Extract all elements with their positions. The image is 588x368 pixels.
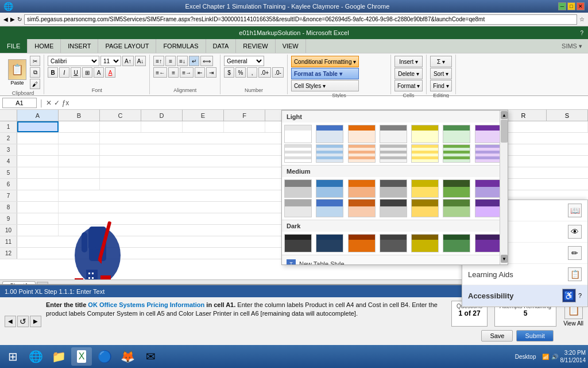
col-header-e[interactable]: E — [183, 110, 224, 121]
find-select-button[interactable]: Find ▾ — [430, 80, 451, 91]
cell-a7[interactable] — [17, 190, 59, 201]
scroll-up-btn[interactable]: ▲ — [501, 111, 508, 119]
cell-c1[interactable] — [100, 121, 141, 132]
style-swatch[interactable] — [380, 234, 407, 252]
autosum-button[interactable]: Σ ▾ — [430, 56, 451, 67]
decrease-decimal-button[interactable]: .0- — [272, 67, 284, 78]
cell-reference-box[interactable] — [2, 98, 37, 108]
col-header-d[interactable]: D — [141, 110, 183, 121]
style-swatch[interactable] — [284, 234, 312, 252]
cell-b3[interactable] — [59, 144, 100, 155]
explorer-button[interactable]: 📁 — [48, 347, 69, 366]
tab-formulas[interactable]: FORMULAS — [156, 39, 206, 53]
cell-e1[interactable] — [183, 121, 224, 132]
tab-insert[interactable]: INSERT — [61, 39, 98, 53]
align-center-button[interactable]: ≡ — [168, 67, 179, 78]
style-swatch[interactable] — [411, 199, 439, 217]
tab-data[interactable]: DATA — [206, 39, 237, 53]
currency-button[interactable]: $ — [224, 67, 234, 78]
excel-help-icon[interactable]: ? — [580, 30, 583, 36]
dropdown-scrollbar[interactable]: ▲ ▼ — [500, 110, 508, 264]
bookmark-icon[interactable]: ☆ — [579, 16, 585, 22]
accessibility-help-icon[interactable]: ? — [578, 292, 582, 299]
delete-button[interactable]: Delete ▾ — [394, 68, 423, 79]
accessibility-row[interactable]: Accessibility ♿ ? — [462, 285, 587, 306]
style-swatch[interactable] — [348, 144, 376, 163]
cell-b6[interactable] — [59, 179, 100, 190]
excel-taskbar-button[interactable]: X — [71, 347, 92, 366]
style-swatch[interactable] — [475, 144, 502, 163]
style-swatch[interactable] — [443, 125, 470, 143]
format-as-table-button[interactable]: Format as Table ▾ — [291, 68, 359, 79]
align-bottom-button[interactable]: ≡↓ — [177, 56, 188, 66]
style-swatch[interactable] — [348, 234, 376, 252]
style-swatch[interactable] — [284, 125, 312, 143]
tab-home[interactable]: HOME — [28, 39, 61, 53]
chrome-button[interactable]: 🔵 — [94, 347, 115, 366]
tab-view[interactable]: VIEW — [276, 39, 306, 53]
tab-review[interactable]: REVIEW — [236, 39, 275, 53]
style-swatch[interactable] — [380, 179, 407, 198]
cell-a3[interactable] — [17, 144, 59, 155]
format-as-table-dropdown[interactable]: Light Medium — [281, 110, 508, 265]
style-swatch[interactable] — [380, 199, 407, 217]
cell-a6[interactable] — [17, 179, 59, 190]
merge-center-button[interactable]: ⟺ — [200, 56, 213, 66]
bold-button[interactable]: B — [48, 67, 58, 78]
cell-a4[interactable] — [17, 156, 59, 167]
col-header-f[interactable]: F — [224, 110, 265, 121]
style-swatch[interactable] — [443, 234, 470, 252]
ie-button[interactable]: 🌐 — [25, 347, 46, 366]
new-table-style-item[interactable]: T New Table Style — [287, 258, 503, 265]
align-top-button[interactable]: ≡↑ — [153, 56, 164, 66]
number-format-select[interactable]: General — [224, 56, 264, 66]
style-swatch[interactable] — [411, 179, 439, 198]
insert-function-icon[interactable]: ƒx — [62, 99, 69, 107]
style-swatch[interactable] — [316, 179, 343, 198]
align-right-button[interactable]: ≡→ — [180, 67, 194, 78]
col-header-s[interactable]: S — [547, 110, 588, 121]
copy-button[interactable]: ⧉ — [30, 67, 40, 78]
fill-button[interactable]: Sort ▾ — [430, 68, 451, 79]
cell-a1[interactable] — [17, 121, 59, 132]
forward-icon[interactable]: ▶ — [10, 16, 15, 22]
cell-b1[interactable] — [59, 121, 100, 132]
wrap-text-button[interactable]: ↵ — [189, 56, 199, 66]
submit-button[interactable]: Submit — [516, 330, 553, 342]
col-header-c[interactable]: C — [100, 110, 141, 121]
save-button[interactable]: Save — [481, 330, 513, 342]
style-swatch[interactable] — [443, 179, 470, 198]
cell-b5[interactable] — [59, 167, 100, 178]
style-swatch[interactable] — [411, 144, 439, 163]
tab-file[interactable]: FILE — [0, 39, 28, 53]
cell-styles-button[interactable]: Cell Styles ▾ — [291, 80, 359, 91]
underline-button[interactable]: U — [71, 67, 81, 78]
format-button[interactable]: Format ▾ — [394, 80, 423, 91]
scroll-down-btn[interactable]: ▼ — [501, 255, 508, 263]
style-swatch[interactable] — [348, 125, 376, 143]
font-color-button[interactable]: A — [105, 67, 115, 78]
cell-b4[interactable] — [59, 156, 100, 167]
style-swatch[interactable] — [316, 125, 343, 143]
cell-f1[interactable] — [224, 121, 265, 132]
font-name-select[interactable]: Calibri — [48, 56, 99, 66]
style-swatch[interactable] — [411, 125, 439, 143]
cut-button[interactable]: ✂ — [30, 56, 40, 66]
cancel-formula-icon[interactable]: ✕ — [46, 99, 52, 107]
back-icon[interactable]: ◀ — [3, 16, 8, 22]
style-swatch[interactable] — [380, 125, 407, 143]
style-swatch[interactable] — [284, 179, 312, 198]
italic-button[interactable]: I — [59, 67, 69, 78]
style-swatch[interactable] — [475, 125, 502, 143]
close-button[interactable]: ✕ — [577, 2, 585, 10]
formula-input[interactable] — [71, 98, 586, 108]
percent-button[interactable]: % — [235, 67, 246, 78]
style-swatch[interactable] — [316, 199, 343, 217]
decrease-font-button[interactable]: A↓ — [135, 56, 146, 66]
align-left-button[interactable]: ≡← — [153, 67, 167, 78]
minimize-button[interactable]: ─ — [558, 2, 566, 10]
sim-next-button[interactable]: ▶ — [30, 316, 41, 327]
maximize-button[interactable]: □ — [567, 2, 575, 10]
font-size-select[interactable]: 11 — [100, 56, 121, 66]
sim-prev-button[interactable]: ◀ — [5, 316, 16, 327]
